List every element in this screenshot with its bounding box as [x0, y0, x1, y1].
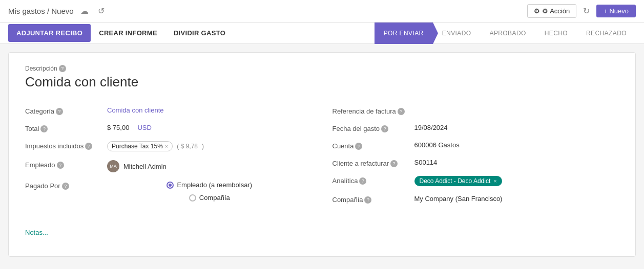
dividir-gasto-button[interactable]: DIVIDIR GASTO [165, 24, 234, 42]
empleado-label: Empleado ? [25, 160, 107, 169]
referencia-label: Referencia de factura ? [333, 106, 414, 115]
tax-remove-icon[interactable]: × [165, 143, 168, 149]
radio-empleado[interactable] [167, 182, 174, 189]
pagado-help-icon[interactable]: ? [62, 183, 69, 190]
total-amount[interactable]: $ 75,00 [107, 124, 129, 131]
descripcion-label-row: Descripción ? [25, 65, 619, 72]
accion-label: ⚙ Acción [542, 7, 570, 15]
empleado-name[interactable]: Mitchell Admin [123, 163, 167, 170]
pipeline-step-aprobado[interactable]: APROBADO [480, 23, 535, 44]
pipeline-step-por-enviar[interactable]: POR ENVIAR [375, 23, 433, 44]
form-left: Categoría ? Comida con cliente Total ? $… [25, 102, 312, 208]
impuestos-row: Impuestos incluidos ? Purchase Tax 15% ×… [25, 137, 312, 156]
compania-row: Compañía ? My Company (San Francisco) [333, 191, 619, 208]
pagado-label: Pagado Por ? [25, 181, 107, 190]
refresh2-button[interactable]: ↻ [580, 5, 592, 17]
impuestos-label: Impuestos incluidos ? [25, 141, 107, 150]
compania-label: Compañía ? [333, 195, 414, 204]
action-buttons: ADJUNTAR RECIBO CREAR INFORME DIVIDIR GA… [8, 24, 234, 42]
analytic-remove-icon[interactable]: × [493, 178, 496, 184]
pipeline: POR ENVIAR ENVIADO APROBADO HECHO RECHAZ… [375, 23, 636, 43]
categoria-value[interactable]: Comida con cliente [107, 106, 312, 114]
gear-icon: ⚙ [534, 7, 540, 15]
avatar: MA [107, 160, 119, 172]
adjuntar-recibo-button[interactable]: ADJUNTAR RECIBO [8, 24, 91, 42]
empleado-help-icon[interactable]: ? [57, 162, 64, 169]
total-currency[interactable]: USD [137, 124, 151, 131]
fecha-label: Fecha del gasto ? [333, 124, 414, 132]
total-label: Total ? [25, 124, 107, 132]
pipeline-step-enviado[interactable]: ENVIADO [433, 23, 481, 44]
radio-compania[interactable] [189, 194, 196, 201]
pagado-empleado-option[interactable]: Empleado (a reembolsar) [167, 181, 252, 189]
analitica-label: Analítica ? [333, 176, 414, 185]
pagado-row: Pagado Por ? Empleado (a reembolsar) Com… [25, 177, 312, 206]
notes-link[interactable]: Notas... [25, 229, 48, 236]
fecha-value[interactable]: 19/08/2024 [414, 124, 619, 131]
nuevo-button[interactable]: + Nuevo [596, 5, 636, 17]
analytic-badge[interactable]: Deco Addict - Deco Addict × [414, 176, 502, 186]
fecha-row: Fecha del gasto ? 19/08/2024 [333, 120, 619, 137]
main-form: Descripción ? Comida con cliente Categor… [8, 52, 636, 257]
fecha-help-icon[interactable]: ? [381, 125, 388, 132]
descripcion-label: Descripción [25, 65, 57, 72]
compania-help-icon[interactable]: ? [364, 196, 371, 204]
empleado-value: MA Mitchell Admin [107, 160, 312, 172]
total-help-icon[interactable]: ? [40, 125, 48, 132]
crear-informe-button[interactable]: CREAR INFORME [91, 24, 165, 42]
cliente-label: Cliente a refacturar ? [333, 159, 414, 167]
action-bar: ADJUNTAR RECIBO CREAR INFORME DIVIDIR GA… [0, 23, 644, 44]
form-grid: Categoría ? Comida con cliente Total ? $… [25, 102, 619, 208]
referencia-row: Referencia de factura ? [333, 102, 619, 120]
cuenta-value[interactable]: 600006 Gastos [414, 141, 619, 149]
categoria-row: Categoría ? Comida con cliente [25, 102, 312, 120]
breadcrumb-separator: / [47, 7, 49, 15]
categoria-help-icon[interactable]: ? [56, 108, 63, 115]
compania-value[interactable]: My Company (San Francisco) [414, 195, 619, 203]
breadcrumb: Mis gastos / Nuevo [8, 7, 74, 15]
cliente-row: Cliente a refacturar ? S00114 [333, 154, 619, 172]
total-row: Total ? $ 75,00 USD [25, 120, 312, 137]
accion-button[interactable]: ⚙ ⚙ Acción [527, 4, 576, 18]
pagado-options: Empleado (a reembolsar) Compañía [107, 181, 312, 201]
descripcion-help-icon[interactable]: ? [59, 65, 66, 72]
analitica-row: Analítica ? Deco Addict - Deco Addict × [333, 172, 619, 191]
cuenta-row: Cuenta ? 600006 Gastos [333, 137, 619, 154]
pagado-compania-label: Compañía [199, 194, 230, 201]
cliente-help-icon[interactable]: ? [390, 160, 398, 167]
impuestos-help-icon[interactable]: ? [85, 143, 92, 150]
tax-badge[interactable]: Purchase Tax 15% × [107, 141, 173, 151]
analitica-help-icon[interactable]: ? [359, 177, 366, 185]
breadcrumb-current: Nuevo [51, 7, 73, 15]
breadcrumb-area: Mis gastos / Nuevo ☁ ↺ [8, 5, 107, 17]
impuestos-value: Purchase Tax 15% × ( $ 9,78 ) [107, 141, 312, 151]
tax-badge-label: Purchase Tax 15% [112, 143, 163, 150]
pipeline-step-rechazado[interactable]: RECHAZADO [577, 23, 636, 44]
analitica-value: Deco Addict - Deco Addict × [414, 176, 619, 186]
pagado-empleado-label: Empleado (a reembolsar) [177, 181, 252, 189]
pagado-compania-option[interactable]: Compañía [189, 194, 230, 201]
pipeline-step-hecho[interactable]: HECHO [535, 23, 577, 44]
form-right: Referencia de factura ? Fecha del gasto … [333, 102, 619, 208]
categoria-label: Categoría ? [25, 106, 107, 115]
cuenta-label: Cuenta ? [333, 141, 414, 150]
notes-area: Notas... [25, 220, 619, 236]
refresh-button[interactable]: ↺ [95, 5, 107, 17]
analytic-badge-label: Deco Addict - Deco Addict [420, 177, 491, 185]
tax-amount: ( $ 9,78 [177, 143, 198, 150]
cuenta-help-icon[interactable]: ? [355, 143, 362, 150]
save-cloud-button[interactable]: ☁ [78, 5, 91, 17]
referencia-help-icon[interactable]: ? [398, 108, 405, 115]
empleado-row: Empleado ? MA Mitchell Admin [25, 156, 312, 177]
total-value: $ 75,00 USD [107, 124, 312, 131]
top-bar: Mis gastos / Nuevo ☁ ↺ ⚙ ⚙ Acción ↻ + Nu… [0, 0, 644, 23]
page-title: Comida con cliente [25, 74, 619, 90]
tax-close: ) [202, 143, 204, 150]
top-actions: ⚙ ⚙ Acción ↻ + Nuevo [527, 4, 636, 18]
breadcrumb-parent[interactable]: Mis gastos [8, 7, 45, 15]
cliente-value[interactable]: S00114 [414, 159, 619, 166]
